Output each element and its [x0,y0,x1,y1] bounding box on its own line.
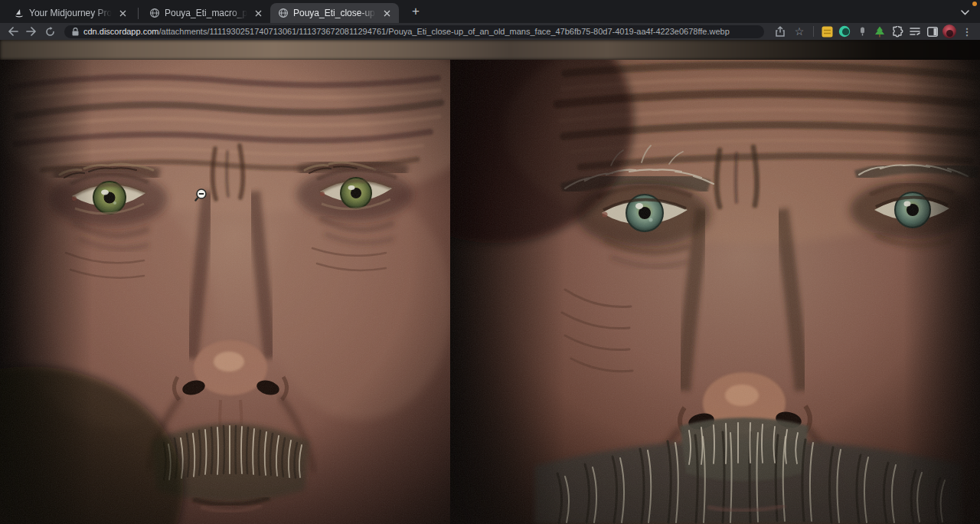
globe-icon [149,8,160,18]
extension-gray-icon[interactable] [854,24,870,39]
url-path: /attachments/1111930251740713061/1113736… [158,27,729,36]
share-icon[interactable] [772,24,789,39]
close-icon[interactable] [381,7,393,19]
back-button[interactable] [5,24,21,39]
right-face-image[interactable] [450,60,980,524]
tab-search-chevron[interactable] [957,5,972,19]
url-text: cdn.discordapp.com/attachments/111193025… [83,27,730,36]
extensions-puzzle-icon[interactable] [890,24,905,39]
reload-button[interactable] [41,24,58,39]
bookmark-star-icon[interactable]: ☆ [791,24,808,39]
extension-yellow-grid-icon[interactable] [819,24,835,39]
side-panel-icon[interactable] [925,24,940,39]
url-domain: cdn.discordapp.com [83,27,158,36]
tab-separator [138,8,139,19]
toolbar-separator [813,26,814,37]
blurred-image-top-strip [0,40,980,60]
tab-midjourney-profile[interactable]: Your Midjourney Profile [6,3,135,23]
tab-close-up-active[interactable]: Pouya_Eti_close-up_of_an_ol [270,3,399,23]
tab-macro-photo[interactable]: Pouya_Eti_macro_photo_of_a [142,3,270,23]
globe-icon [278,8,289,18]
extension-tree-icon[interactable] [872,24,887,39]
profile-avatar[interactable] [942,25,956,38]
left-face-image[interactable] [0,60,450,524]
omnibox-url-field[interactable]: cdn.discordapp.com/attachments/111193025… [64,25,764,38]
browser-window: Your Midjourney Profile Pouya_Eti_macro_… [0,0,980,524]
tab-title: Pouya_Eti_close-up_of_an_ol [293,8,376,18]
tab-title: Your Midjourney Profile [29,8,112,18]
extension-moon-icon[interactable] [837,24,852,39]
tab-strip: Your Midjourney Profile Pouya_Eti_macro_… [0,0,980,23]
close-icon[interactable] [116,7,129,19]
midjourney-sailboat-icon [14,8,24,18]
playlist-icon[interactable] [907,24,923,39]
lock-icon [72,28,79,36]
update-badge [972,2,977,6]
forward-button[interactable] [23,24,40,39]
new-tab-button[interactable]: + [407,2,425,21]
toolbar-right-icons: ☆ [772,24,975,39]
tab-title: Pouya_Eti_macro_photo_of_a [165,8,247,18]
close-icon[interactable] [252,7,264,19]
menu-dots-icon[interactable]: ⋮ [959,24,975,39]
content-area [0,40,980,524]
navigation-toolbar: cdn.discordapp.com/attachments/111193025… [0,23,980,40]
